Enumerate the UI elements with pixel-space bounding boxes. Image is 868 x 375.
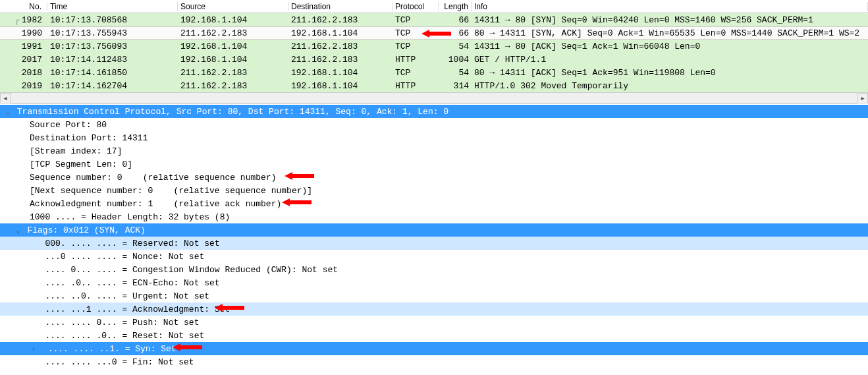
col-source[interactable]: Source (178, 2, 288, 11)
flag-reset-line[interactable]: .... .... .0.. = Reset: Not set (0, 329, 868, 342)
cell-time: 10:17:14.161850 (47, 68, 178, 78)
cell-no: ┌1982 (0, 15, 47, 25)
flag-ack-line[interactable]: .... ...1 .... = Acknowledgment: Set (0, 303, 868, 316)
cell-length: 1004 (439, 55, 472, 65)
cell-protocol: TCP (393, 42, 439, 51)
cell-no: 2018 (0, 68, 47, 78)
cell-length: 54 (439, 68, 472, 78)
cell-length: 66 (439, 28, 472, 38)
cell-info: 80 → 14311 [SYN, ACK] Seq=0 Ack=1 Win=65… (472, 28, 868, 38)
collapse-icon[interactable]: ⌄ (14, 225, 22, 238)
src-port-line[interactable]: Source Port: 80 (0, 118, 868, 131)
sequence-number-line[interactable]: Sequence number: 0 (relative sequence nu… (0, 171, 868, 184)
packet-row[interactable]: 199110:17:13.756093192.168.1.104211.162.… (0, 40, 868, 53)
cell-time: 10:17:13.756093 (47, 42, 178, 51)
cell-no: 1990 (0, 28, 47, 38)
cell-time: 10:17:13.708568 (47, 15, 178, 25)
stream-index-line[interactable]: [Stream index: 17] (0, 144, 868, 158)
cell-destination: 211.162.2.183 (288, 55, 393, 65)
packet-row[interactable]: 199010:17:13.755943211.162.2.183192.168.… (0, 26, 868, 40)
col-protocol[interactable]: Protocol (393, 2, 439, 11)
col-time[interactable]: Time (47, 2, 178, 11)
flag-nonce-line[interactable]: ...0 .... .... = Nonce: Not set (0, 250, 868, 263)
cell-info: GET / HTTP/1.1 (472, 55, 868, 65)
flag-cwr-line[interactable]: .... 0... .... = Congestion Window Reduc… (0, 263, 868, 276)
packet-rows: ┌198210:17:13.708568192.168.1.104211.162… (0, 13, 868, 92)
cell-destination: 192.168.1.104 (288, 28, 393, 38)
dst-port-line[interactable]: Destination Port: 14311 (0, 131, 868, 144)
cell-info: 14311 → 80 [ACK] Seq=1 Ack=1 Win=66048 L… (472, 42, 868, 51)
cell-destination: 211.162.2.183 (288, 42, 393, 51)
cell-source: 211.162.2.183 (178, 68, 288, 78)
cell-source: 211.162.2.183 (178, 81, 288, 91)
cell-info: 14311 → 80 [SYN] Seq=0 Win=64240 Len=0 M… (472, 15, 868, 25)
cell-protocol: HTTP (393, 55, 439, 65)
scroll-right-button[interactable]: ▶ (857, 93, 868, 103)
cell-protocol: TCP (393, 15, 439, 25)
tcp-header-line[interactable]: ⌄ Transmission Control Protocol, Src Por… (0, 105, 868, 118)
packet-row[interactable]: 201910:17:14.162704211.162.2.183192.168.… (0, 79, 868, 92)
column-headers: No. Time Source Destination Protocol Len… (0, 0, 868, 13)
cell-time: 10:17:14.162704 (47, 81, 178, 91)
expand-icon[interactable]: › (30, 343, 38, 357)
col-destination[interactable]: Destination (288, 2, 393, 11)
cell-info: 80 → 14311 [ACK] Seq=1 Ack=951 Win=11980… (472, 68, 868, 78)
cell-destination: 192.168.1.104 (288, 81, 393, 91)
cell-source: 192.168.1.104 (178, 42, 288, 51)
cell-no: 2017 (0, 55, 47, 65)
flag-urgent-line[interactable]: .... ..0. .... = Urgent: Not set (0, 289, 868, 303)
cell-source: 192.168.1.104 (178, 15, 288, 25)
flag-syn-line[interactable]: › .... .... ..1. = Syn: Set (0, 342, 868, 355)
cell-protocol: TCP (393, 28, 439, 38)
packet-list: No. Time Source Destination Protocol Len… (0, 0, 868, 103)
next-seq-line[interactable]: [Next sequence number: 0 (relative seque… (0, 184, 868, 197)
cell-destination: 192.168.1.104 (288, 68, 393, 78)
packet-row[interactable]: 201810:17:14.161850211.162.2.183192.168.… (0, 66, 868, 79)
cell-length: 314 (439, 81, 472, 91)
flag-push-line[interactable]: .... .... 0... = Push: Not set (0, 316, 868, 329)
collapse-icon[interactable]: ⌄ (4, 106, 12, 119)
col-info[interactable]: Info (472, 2, 868, 11)
cell-protocol: TCP (393, 68, 439, 78)
ack-number-line[interactable]: Acknowledgment number: 1 (relative ack n… (0, 197, 868, 210)
cell-destination: 211.162.2.183 (288, 15, 393, 25)
cell-source: 211.162.2.183 (178, 28, 288, 38)
flag-reserved-line[interactable]: 000. .... .... = Reserved: Not set (0, 237, 868, 250)
flags-header-line[interactable]: ⌄ Flags: 0x012 (SYN, ACK) (0, 223, 868, 237)
cell-time: 10:17:14.112483 (47, 55, 178, 65)
cell-length: 54 (439, 42, 472, 51)
cell-time: 10:17:13.755943 (47, 28, 178, 38)
segment-len-line[interactable]: [TCP Segment Len: 0] (0, 158, 868, 171)
cell-length: 66 (439, 15, 472, 25)
scroll-left-button[interactable]: ◀ (0, 93, 11, 103)
flag-fin-line[interactable]: .... .... ...0 = Fin: Not set (0, 355, 868, 368)
col-no[interactable]: No. (0, 2, 47, 11)
cell-no: 2019 (0, 81, 47, 91)
packet-row[interactable]: 201710:17:14.112483192.168.1.104211.162.… (0, 53, 868, 66)
horizontal-scrollbar[interactable]: ◀ ▶ (0, 92, 868, 103)
header-length-line[interactable]: 1000 .... = Header Length: 32 bytes (8) (0, 210, 868, 223)
packet-row[interactable]: ┌198210:17:13.708568192.168.1.104211.162… (0, 13, 868, 26)
col-length[interactable]: Length (439, 2, 472, 11)
packet-details: ⌄ Transmission Control Protocol, Src Por… (0, 103, 868, 368)
cell-info: HTTP/1.0 302 Moved Temporarily (472, 81, 868, 91)
flag-ecn-line[interactable]: .... .0.. .... = ECN-Echo: Not set (0, 276, 868, 289)
cell-protocol: HTTP (393, 81, 439, 91)
cell-source: 192.168.1.104 (178, 55, 288, 65)
cell-no: 1991 (0, 42, 47, 51)
